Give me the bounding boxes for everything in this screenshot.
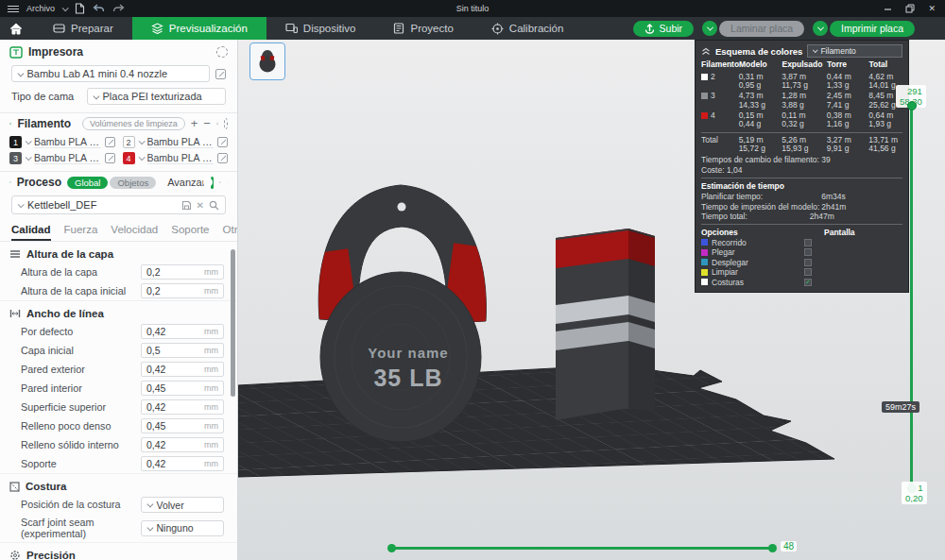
table-row: 3 4,73 m14,33 g 1,28 m3,88 g 2,45 m7,41 … (701, 92, 902, 110)
prime-tower-model[interactable] (556, 229, 655, 420)
edit-filament-icon[interactable] (217, 153, 228, 163)
edit-filament-icon[interactable] (105, 137, 115, 147)
menu-icon[interactable] (8, 6, 19, 12)
layer-slider-track[interactable] (910, 104, 913, 489)
plate-thumbnail[interactable] (249, 42, 285, 80)
limpiar-checkbox[interactable] (804, 268, 812, 276)
layer-slider-top-handle[interactable] (907, 101, 917, 110)
device-icon (285, 23, 298, 34)
edit-filament-icon[interactable] (105, 153, 115, 163)
archivo-menu[interactable]: Archivo (26, 4, 55, 13)
tab-fuerza[interactable]: Fuerza (64, 224, 98, 241)
ams-sync-icon[interactable] (216, 118, 218, 129)
edit-printer-icon[interactable] (215, 69, 226, 79)
tab-proyecto[interactable]: Proyecto (374, 17, 472, 40)
calibration-icon (491, 23, 504, 35)
recorrido-checkbox[interactable] (804, 239, 812, 246)
upload-icon (644, 24, 655, 34)
filament-slot-3[interactable]: 3 Bambu PLA Basic (9, 152, 115, 164)
layer-height-icon (9, 249, 21, 259)
param-input[interactable]: 0,45mm (141, 418, 224, 433)
param-input[interactable]: 0,42mm (141, 362, 224, 377)
view-mode-select[interactable]: Filamento (807, 44, 902, 58)
seam-position-select[interactable]: Volver (141, 497, 224, 513)
restore-icon[interactable] (905, 4, 915, 13)
filament-slot-4[interactable]: 4 Bambu PLA Basic (123, 152, 229, 164)
search-icon[interactable] (209, 200, 219, 211)
filament-settings-gear-icon[interactable] (224, 118, 228, 129)
home-button[interactable] (0, 23, 34, 35)
imprimir-split-button: Imprimir placa (813, 21, 915, 37)
step-slider-left-handle[interactable] (387, 544, 396, 552)
new-file-icon[interactable] (75, 3, 85, 14)
remove-filament-button[interactable]: − (203, 119, 211, 128)
step-slider-track[interactable] (390, 547, 773, 550)
table-row: 2 0,31 m0,95 g 3,87 m11,73 g 0,44 m1,33 … (701, 73, 902, 91)
tab-preparar[interactable]: Preparar (34, 17, 132, 40)
viewport-3d[interactable]: Your name 35 LB Esquema de colores Filam… (238, 40, 945, 560)
imprimir-placa-button[interactable]: Imprimir placa (830, 21, 915, 37)
scope-global-button[interactable]: Global (67, 177, 108, 189)
param-input[interactable]: 0,45mm (141, 381, 224, 396)
param-input[interactable]: 0,42mm (141, 437, 224, 452)
window-title: Sin titulo (0, 4, 945, 13)
tab-soporte[interactable]: Soporte (171, 224, 209, 241)
laminar-split-button: Laminar placa (702, 21, 804, 37)
option-row-limpiar: Limpiar (701, 267, 902, 278)
param-input[interactable]: 0,2mm (141, 264, 224, 280)
option-row-costuras: Costuras ✓ (701, 278, 902, 288)
flush-volumes-button[interactable]: Volúmenes de limpieza (82, 117, 185, 130)
undo-icon[interactable] (93, 4, 105, 13)
param-row: Posición de la costura Volver (0, 495, 237, 515)
prepare-icon (53, 23, 65, 34)
scope-objetos-button[interactable]: Objetos (110, 177, 156, 189)
home-icon (9, 23, 23, 35)
preset-select[interactable]: Kettlebell_DEF ✕ (11, 195, 226, 214)
sidebar-scrollbar[interactable] (231, 249, 235, 397)
collapse-panel-icon[interactable] (701, 47, 711, 56)
tab-dispositivo[interactable]: Dispositivo (266, 17, 375, 40)
tab-calibracion[interactable]: Calibración (472, 17, 583, 40)
tab-calidad[interactable]: Calidad (11, 224, 51, 241)
param-row: Pared exterior 0,42mm (0, 360, 237, 379)
add-filament-button[interactable]: + (191, 119, 198, 128)
redo-icon[interactable] (112, 4, 125, 13)
close-window-icon[interactable]: ✕ (928, 4, 936, 13)
tab-otros[interactable]: Otros (223, 224, 239, 241)
scarf-seam-select[interactable]: Ninguno (141, 520, 224, 536)
param-input[interactable]: 0,42mm (141, 399, 224, 415)
filament-slot-1[interactable]: 1 Bambu PLA Basic (9, 136, 115, 148)
tab-previsualizacion[interactable]: Previsualización (132, 17, 266, 40)
edit-filament-icon[interactable] (217, 137, 228, 147)
costuras-checkbox[interactable]: ✓ (804, 279, 812, 286)
plegar-checkbox[interactable] (804, 248, 812, 256)
minimize-icon[interactable] (884, 5, 892, 13)
param-list-icon[interactable] (219, 177, 220, 188)
param-input[interactable]: 0,5mm (141, 343, 224, 358)
printer-settings-gear-icon[interactable] (216, 46, 228, 58)
avanzar-label: Avanzar (167, 177, 205, 188)
bed-type-select[interactable]: Placa PEI texturizada (87, 88, 226, 105)
laminar-dropdown-button[interactable] (702, 21, 717, 36)
kettlebell-model[interactable]: Your name 35 LB (307, 185, 497, 442)
layer-time-tooltip: 59m27s (882, 401, 919, 413)
save-preset-icon[interactable] (181, 200, 192, 211)
tab-velocidad[interactable]: Velocidad (111, 224, 158, 241)
laminar-placa-button[interactable]: Laminar placa (719, 21, 804, 37)
param-row: Pared interior 0,45mm (0, 379, 237, 398)
param-input[interactable]: 0,2mm (141, 283, 224, 298)
subir-button[interactable]: Subir (633, 21, 695, 37)
step-slider-right-handle[interactable] (768, 544, 777, 552)
param-row: Relleno poco denso 0,45mm (0, 416, 237, 435)
desplegar-checkbox[interactable] (804, 259, 812, 266)
imprimir-dropdown-button[interactable] (813, 21, 828, 36)
param-table-icon[interactable] (227, 177, 228, 188)
chevron-down-icon[interactable] (62, 5, 69, 11)
filament-slot-2[interactable]: 2 Bambu PLA Basic (123, 136, 229, 148)
printer-select[interactable]: Bambu Lab A1 mini 0.4 nozzle (11, 65, 210, 82)
param-input[interactable]: 0,42mm (141, 456, 224, 471)
time-row: Tiempo de impresión del modelo:2h41m (701, 202, 902, 212)
param-input[interactable]: 0,42mm (141, 324, 224, 339)
clear-preset-icon[interactable]: ✕ (197, 200, 204, 211)
avanzar-toggle[interactable] (211, 177, 214, 189)
